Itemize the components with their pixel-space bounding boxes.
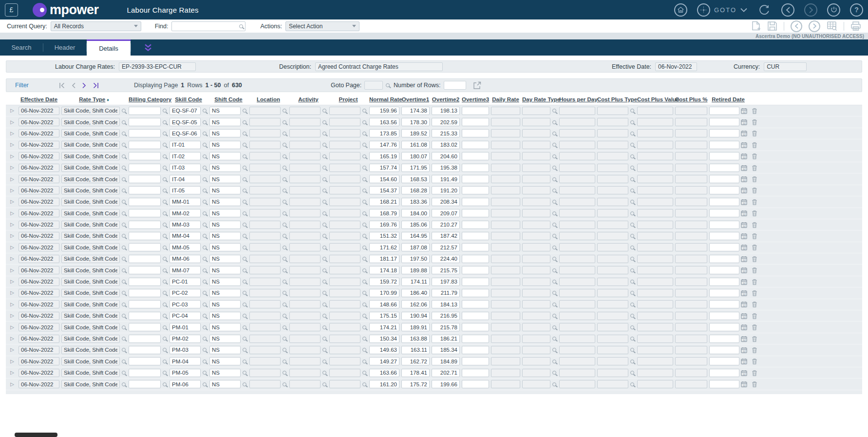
last-page-icon[interactable] [93, 82, 99, 89]
lookup-search-icon[interactable] [630, 382, 634, 386]
lookup-search-icon[interactable] [362, 189, 366, 192]
lookup-search-icon[interactable] [630, 211, 634, 215]
skill-code-cell[interactable] [170, 380, 201, 388]
lookup-search-icon[interactable] [362, 280, 366, 284]
overtime2-cell[interactable] [432, 107, 460, 115]
more-tabs-chevron-icon[interactable] [131, 39, 165, 56]
lookup-search-icon[interactable] [163, 303, 167, 306]
lookup-search-icon[interactable] [163, 360, 167, 363]
calendar-icon[interactable]: 12 [741, 187, 747, 193]
overtime1-cell[interactable] [401, 175, 430, 183]
column-header-skill-code[interactable]: Skill Code [170, 96, 208, 102]
skill-code-cell[interactable] [170, 312, 201, 320]
overtime1-cell[interactable] [401, 323, 430, 331]
lookup-search-icon[interactable] [122, 211, 126, 215]
overtime1-cell[interactable] [401, 141, 430, 149]
row-expand-icon[interactable]: ▷ [8, 188, 17, 193]
lookup-search-icon[interactable] [362, 268, 366, 272]
lookup-search-icon[interactable] [243, 177, 246, 181]
lookup-search-icon[interactable] [322, 291, 326, 295]
lookup-search-icon[interactable] [552, 166, 556, 170]
column-header-daily-rate[interactable]: Daily Rate [491, 96, 520, 102]
lookup-search-icon[interactable] [203, 348, 207, 352]
calendar-icon[interactable]: 12 [741, 176, 747, 182]
lookup-search-icon[interactable] [283, 211, 286, 215]
lookup-search-icon[interactable] [122, 166, 126, 170]
delete-row-icon[interactable] [749, 176, 760, 182]
billing-category-cell[interactable] [129, 369, 161, 377]
lookup-search-icon[interactable] [243, 166, 246, 170]
shift-code-cell[interactable] [209, 141, 241, 149]
row-expand-icon[interactable]: ▷ [8, 142, 17, 147]
calendar-icon[interactable]: 12 [741, 347, 747, 353]
overtime2-cell[interactable] [432, 198, 460, 206]
normal-rate-cell[interactable] [369, 369, 399, 377]
lookup-search-icon[interactable] [322, 246, 326, 249]
row-expand-icon[interactable]: ▷ [8, 279, 17, 284]
find-input[interactable] [174, 23, 239, 30]
overtime3-cell[interactable] [462, 107, 489, 115]
skill-code-cell[interactable] [170, 198, 201, 206]
billing-category-cell[interactable] [129, 289, 161, 297]
goto-control[interactable]: GOTO [697, 3, 747, 17]
overtime2-cell[interactable] [432, 232, 460, 240]
retired-date-cell[interactable] [709, 186, 739, 194]
row-expand-icon[interactable]: ▷ [8, 359, 17, 364]
overtime3-cell[interactable] [462, 232, 489, 240]
lookup-search-icon[interactable] [630, 154, 634, 158]
lookup-search-icon[interactable] [552, 234, 556, 238]
column-header-rate-type[interactable]: Rate Type♦ [61, 96, 127, 102]
lookup-search-icon[interactable] [362, 143, 366, 147]
row-expand-icon[interactable]: ▷ [8, 313, 17, 318]
billing-category-cell[interactable] [129, 323, 161, 331]
goto-page-input[interactable] [364, 81, 383, 90]
lookup-search-icon[interactable] [283, 291, 286, 295]
shift-code-cell[interactable] [209, 164, 241, 172]
lookup-search-icon[interactable] [322, 234, 326, 238]
normal-rate-cell[interactable] [369, 380, 399, 388]
lookup-search-icon[interactable] [203, 268, 207, 272]
calendar-icon[interactable]: 12 [741, 336, 747, 342]
normal-rate-cell[interactable] [369, 243, 399, 251]
lookup-search-icon[interactable] [283, 348, 286, 352]
calendar-icon[interactable]: 12 [741, 267, 747, 273]
lookup-search-icon[interactable] [203, 189, 207, 192]
row-expand-icon[interactable]: ▷ [8, 245, 17, 250]
delete-row-icon[interactable] [749, 108, 760, 114]
lookup-search-icon[interactable] [163, 211, 167, 215]
lookup-search-icon[interactable] [203, 280, 207, 284]
lookup-search-icon[interactable] [163, 348, 167, 352]
overtime2-cell[interactable] [432, 175, 460, 183]
lookup-search-icon[interactable] [283, 246, 286, 249]
next-record-icon[interactable] [809, 20, 820, 32]
delete-row-icon[interactable] [749, 267, 760, 273]
row-expand-icon[interactable]: ▷ [8, 108, 17, 113]
normal-rate-cell[interactable] [369, 118, 399, 126]
overtime1-cell[interactable] [401, 232, 430, 240]
retired-date-cell[interactable] [709, 198, 739, 206]
normal-rate-cell[interactable] [369, 346, 399, 354]
retired-date-cell[interactable] [709, 243, 739, 251]
overtime2-cell[interactable] [432, 186, 460, 194]
lookup-search-icon[interactable] [630, 325, 634, 329]
lookup-search-icon[interactable] [552, 177, 556, 181]
retired-date-cell[interactable] [709, 175, 739, 183]
actions-select[interactable]: Select Action [285, 21, 359, 31]
lookup-search-icon[interactable] [243, 132, 246, 135]
skill-code-cell[interactable] [170, 152, 201, 160]
shift-code-cell[interactable] [209, 323, 241, 331]
lookup-search-icon[interactable] [163, 382, 167, 386]
column-header-cost-plus-type[interactable]: Cost Plus Type [597, 96, 635, 102]
tab-search[interactable]: Search [0, 39, 43, 56]
row-expand-icon[interactable]: ▷ [8, 233, 17, 238]
skill-code-cell[interactable] [170, 232, 201, 240]
lookup-search-icon[interactable] [163, 234, 167, 238]
lookup-search-icon[interactable] [203, 109, 207, 113]
overtime3-cell[interactable] [462, 198, 489, 206]
delete-row-icon[interactable] [749, 142, 760, 148]
overtime2-cell[interactable] [432, 141, 460, 149]
lookup-search-icon[interactable] [122, 360, 126, 363]
normal-rate-cell[interactable] [369, 175, 399, 183]
billing-category-cell[interactable] [129, 141, 161, 149]
shift-code-cell[interactable] [209, 152, 241, 160]
